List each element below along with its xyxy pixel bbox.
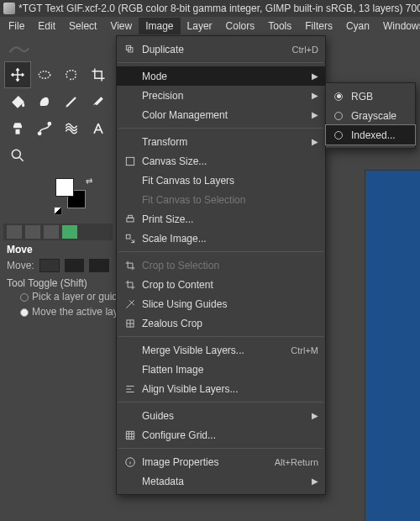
tool-smudge[interactable] [32, 89, 57, 114]
menu-image[interactable]: DuplicateCtrl+DMode▶Precision▶Color Mana… [116, 35, 326, 495]
crop-icon [122, 260, 139, 271]
menu-file[interactable]: File [2, 18, 31, 34]
svg-rect-9 [126, 234, 130, 239]
tool-options-title: Move [3, 240, 113, 257]
mode-option-indexed[interactable]: Indexed... [326, 125, 415, 145]
menu-select[interactable]: Select [62, 18, 103, 34]
menu-cyan[interactable]: Cyan [339, 18, 376, 34]
submenu-arrow-icon: ▶ [308, 137, 318, 146]
menu-colors[interactable]: Colors [219, 18, 262, 34]
submenu-mode[interactable]: RGBGrayscaleIndexed... [325, 82, 416, 149]
image-canvas[interactable] [365, 170, 420, 521]
radio-icon [331, 112, 348, 120]
mode-option-grayscale[interactable]: Grayscale [326, 106, 415, 125]
duplicate-icon [122, 44, 139, 55]
menu-item-metadata[interactable]: Metadata▶ [117, 471, 325, 491]
menu-image[interactable]: Image [139, 18, 180, 34]
menu-separator [118, 128, 323, 129]
menu-item-flatten-image[interactable]: Flatten Image [117, 360, 325, 379]
menu-view[interactable]: View [103, 18, 139, 34]
menu-windows[interactable]: Windows [376, 18, 420, 34]
mode-option-rgb[interactable]: RGB [326, 87, 415, 106]
tool-toggle-label: Tool Toggle (Shift) [3, 274, 113, 289]
menu-item-crop-to-content[interactable]: Crop to Content [117, 275, 325, 294]
tool-zoom[interactable] [5, 143, 30, 168]
menu-item-scale-image[interactable]: Scale Image... [117, 229, 325, 248]
dock-tab-3[interactable] [44, 225, 59, 239]
tool-paths[interactable] [32, 116, 57, 141]
menu-item-duplicate[interactable]: DuplicateCtrl+D [117, 39, 325, 59]
align-icon [122, 383, 139, 395]
menu-filters[interactable]: Filters [298, 18, 339, 34]
radio-pick-layer[interactable]: Pick a layer or guide [3, 289, 113, 304]
menu-item-print-size[interactable]: Print Size... [117, 209, 325, 229]
menu-item-canvas-size[interactable]: Canvas Size... [117, 151, 325, 171]
menu-separator [118, 251, 323, 252]
menu-item-zealous-crop[interactable]: Zealous Crop [117, 313, 325, 333]
gimp-logo [3, 40, 113, 62]
menu-item-color-management[interactable]: Color Management▶ [117, 105, 325, 124]
radio-move-active[interactable]: Move the active layer [3, 304, 113, 319]
menu-item-merge-visible-layers[interactable]: Merge Visible Layers...Ctrl+M [117, 340, 325, 360]
submenu-arrow-icon: ▶ [308, 411, 318, 420]
info-icon [122, 456, 139, 468]
color-swatches[interactable]: ⇄ [55, 178, 91, 213]
app-icon [3, 3, 15, 14]
submenu-arrow-icon: ▶ [308, 91, 318, 100]
tool-text[interactable] [86, 116, 111, 141]
menu-tools[interactable]: Tools [261, 18, 298, 34]
menu-bar[interactable]: FileEditSelectViewImageLayerColorsToolsF… [0, 17, 420, 35]
tool-ellipse-select[interactable] [32, 62, 57, 87]
menu-item-guides[interactable]: Guides▶ [117, 406, 325, 425]
default-colors-icon[interactable] [54, 207, 62, 215]
tool-clone[interactable] [5, 116, 30, 141]
tool-free-select[interactable] [59, 62, 84, 87]
menu-item-mode[interactable]: Mode▶ [117, 66, 325, 86]
menu-item-precision[interactable]: Precision▶ [117, 86, 325, 105]
grid-icon [122, 429, 139, 441]
tool-warp[interactable] [59, 116, 84, 141]
menu-layer[interactable]: Layer [181, 18, 219, 34]
menu-item-fit-canvas-to-selection: Fit Canvas to Selection [117, 190, 325, 209]
menu-item-transform[interactable]: Transform▶ [117, 132, 325, 151]
svg-point-2 [48, 123, 50, 125]
menu-separator [118, 402, 323, 403]
tool-paintbrush[interactable] [86, 89, 111, 114]
svg-rect-8 [129, 215, 133, 218]
menu-separator [118, 448, 323, 449]
tool-bucket-fill[interactable] [5, 89, 30, 114]
submenu-arrow-icon: ▶ [308, 476, 318, 486]
dock-tabs[interactable] [3, 224, 113, 240]
menu-item-align-visible-layers[interactable]: Align Visible Layers... [117, 379, 325, 398]
radio-icon [331, 92, 348, 101]
menu-separator [118, 62, 323, 63]
submenu-arrow-icon: ▶ [308, 71, 318, 81]
tool-grid [3, 62, 113, 168]
menu-item-fit-canvas-to-layers[interactable]: Fit Canvas to Layers [117, 171, 325, 190]
tool-pencil[interactable] [59, 89, 84, 114]
menu-edit[interactable]: Edit [31, 18, 62, 34]
swap-colors-icon[interactable]: ⇄ [86, 176, 92, 186]
menu-item-slice-using-guides[interactable]: Slice Using Guides [117, 294, 325, 313]
menu-item-image-properties[interactable]: Image PropertiesAlt+Return [117, 452, 325, 471]
crop-icon [122, 279, 139, 291]
move-target-layer[interactable] [39, 259, 60, 272]
print-icon [122, 213, 139, 225]
dock-tab-1[interactable] [7, 225, 22, 239]
scale-icon [122, 233, 139, 245]
fg-color[interactable] [55, 178, 74, 197]
menu-item-configure-grid[interactable]: Configure Grid... [117, 425, 325, 445]
dock-tab-2[interactable] [25, 225, 40, 239]
move-label: Move: [7, 260, 34, 271]
slice-icon [122, 298, 139, 310]
tool-crop[interactable] [86, 62, 111, 87]
tool-move[interactable] [5, 62, 30, 87]
shortcut: Ctrl+M [291, 345, 318, 355]
svg-rect-7 [127, 218, 134, 222]
move-target-path[interactable] [89, 259, 109, 272]
move-target-selection[interactable] [65, 259, 85, 272]
svg-point-0 [39, 71, 50, 78]
dock-tab-4[interactable] [62, 225, 77, 239]
svg-point-1 [39, 132, 41, 134]
menu-item-crop-to-selection: Crop to Selection [117, 255, 325, 275]
